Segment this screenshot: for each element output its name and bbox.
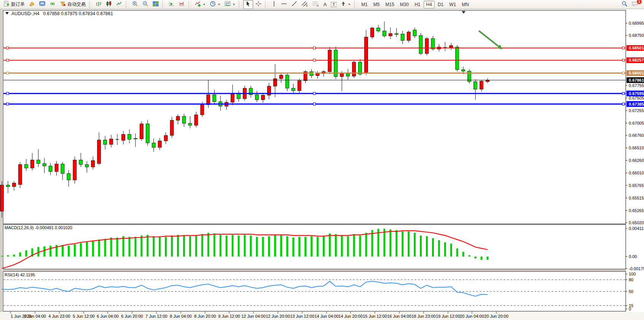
equidistant-channel-tool-button[interactable]: E (300, 0, 310, 9)
macd-histogram-bar (335, 234, 337, 257)
macd-histogram-bar (426, 236, 428, 257)
macd-histogram-bar (292, 238, 294, 257)
text-tool-button[interactable]: A (322, 0, 329, 9)
candle (450, 46, 453, 48)
line-handle[interactable] (6, 103, 9, 105)
indicators-button[interactable]: ▼ (193, 0, 207, 9)
chat-button[interactable]: 1 (630, 0, 640, 9)
window-left-edge (0, 9, 2, 320)
timeframe-M30[interactable]: M30 (397, 1, 411, 8)
timeframe-M5[interactable]: M5 (371, 1, 383, 8)
tile-windows-icon (153, 1, 159, 8)
timeframe-M15[interactable]: M15 (383, 1, 397, 8)
line-handle[interactable] (622, 47, 625, 49)
line-handle[interactable] (6, 47, 9, 49)
svg-text:F: F (317, 5, 319, 7)
candle (213, 95, 216, 101)
line-handle[interactable] (6, 72, 9, 74)
candle (67, 174, 70, 180)
arrows-tool-button[interactable]: ▼ (339, 0, 352, 9)
line-handle[interactable] (6, 59, 9, 61)
candle (231, 93, 234, 102)
candle (122, 135, 125, 141)
macd-histogram-bar (92, 241, 94, 257)
rsi-axis-label: 0 (629, 307, 631, 311)
fibonacci-tool-button[interactable]: F (311, 0, 321, 9)
candle (201, 105, 204, 115)
line-handle[interactable] (622, 103, 625, 105)
rsi-indicator-label: RSI(14) 42.1195 (5, 272, 35, 277)
candle (401, 34, 404, 40)
new-order-button[interactable]: 新订单 (2, 0, 27, 9)
macd-histogram-bar (341, 236, 343, 257)
vertical-line-icon (271, 1, 277, 8)
candle (261, 95, 265, 100)
line-handle[interactable] (6, 92, 9, 95)
chart-shift-button[interactable] (177, 0, 187, 9)
line-chart-button[interactable] (114, 0, 124, 9)
panel-divider[interactable] (3, 269, 626, 271)
zoom-in-icon (132, 1, 138, 8)
market-watch-button[interactable] (37, 0, 47, 9)
timeframe-W1[interactable]: W1 (446, 1, 459, 8)
main-chart-panel[interactable] (3, 10, 626, 224)
trendline-tool-button[interactable] (289, 0, 299, 9)
candle (292, 88, 295, 91)
time-axis-label: 12 Jun 04:00 (241, 314, 266, 318)
zoom-out-button[interactable] (140, 0, 150, 9)
time-axis-label: 7 Jun 12:00 (145, 314, 167, 318)
bar-chart-button[interactable] (94, 0, 104, 9)
metaeditor-button[interactable] (27, 0, 37, 9)
line-handle[interactable] (313, 47, 316, 49)
candle (328, 50, 332, 72)
templates-button[interactable]: ▼ (223, 0, 237, 9)
line-handle[interactable] (313, 92, 316, 95)
macd-histogram-bar (214, 233, 215, 257)
price-line-label-text: 0.67385 (629, 102, 644, 106)
label-tool-button[interactable]: T (329, 0, 338, 9)
vertical-line-tool-button[interactable] (269, 0, 279, 9)
macd-histogram-bar (195, 236, 197, 257)
macd-histogram-bar (43, 246, 45, 257)
crosshair-tool-button[interactable] (253, 0, 263, 9)
cursor-tool-button[interactable] (243, 0, 253, 9)
autotrading-button[interactable]: 自动交易 (58, 0, 88, 9)
line-handle[interactable] (313, 72, 316, 74)
macd-histogram-bar (304, 237, 306, 257)
line-handle[interactable] (622, 59, 625, 61)
toolbar-separator (162, 1, 165, 8)
periods-button[interactable]: ▼ (208, 0, 222, 9)
line-handle[interactable] (622, 72, 625, 74)
search-button[interactable] (620, 0, 630, 9)
blue-monitor-icon (39, 1, 45, 8)
candle (6, 185, 10, 187)
tile-windows-button[interactable] (151, 0, 161, 9)
candle (486, 80, 489, 82)
zoom-in-button[interactable] (130, 0, 140, 9)
time-axis-label: 20 Jun 04:00 (460, 314, 484, 318)
candlestick-chart-button[interactable] (104, 0, 114, 9)
macd-histogram-bar (201, 234, 203, 257)
price-line-label-text: 0.68257 (629, 58, 644, 62)
time-axis-label: 2 Jun 04:00 (24, 314, 46, 318)
chart-canvas[interactable]: 0.689950.687500.677550.675050.672550.670… (0, 9, 644, 320)
timeframe-M1[interactable]: M1 (359, 1, 370, 8)
line-handle[interactable] (622, 92, 625, 95)
macd-panel[interactable] (3, 225, 626, 269)
timeframe-H1[interactable]: H1 (412, 1, 423, 8)
line-handle[interactable] (313, 59, 316, 61)
macd-histogram-bar (250, 236, 252, 257)
candle (376, 28, 380, 31)
horizontal-line-tool-button[interactable] (279, 0, 289, 9)
macd-axis-label: -0.001793 (629, 266, 644, 271)
timeframe-H4[interactable]: H4 (424, 1, 435, 8)
price-axis-label: 0.65265 (629, 208, 644, 213)
line-handle[interactable] (313, 103, 316, 105)
macd-histogram-bar (383, 229, 385, 257)
candle (146, 124, 149, 143)
timeframe-MN[interactable]: MN (459, 1, 472, 8)
candle (140, 124, 143, 139)
auto-scroll-button[interactable] (167, 0, 177, 9)
signals-button[interactable] (48, 0, 57, 9)
timeframe-D1[interactable]: D1 (435, 1, 446, 8)
